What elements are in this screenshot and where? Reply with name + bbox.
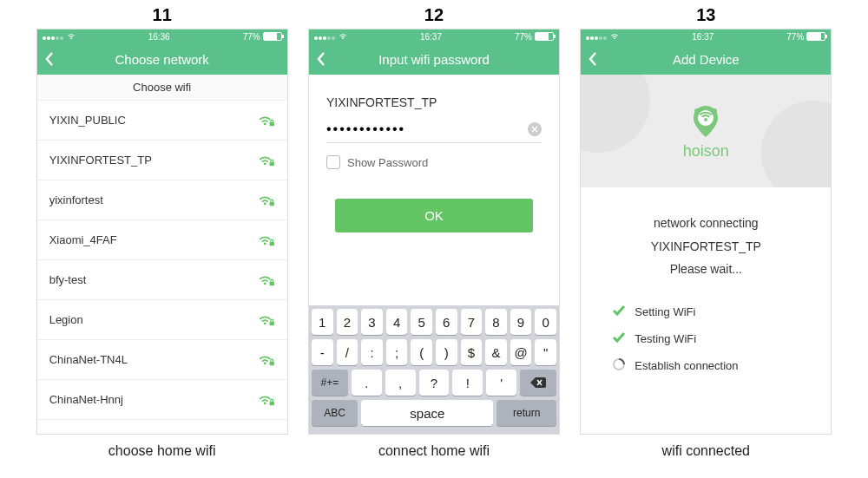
keyboard-key[interactable]: ( [411, 339, 432, 365]
keyboard-key[interactable]: / [337, 339, 358, 365]
wifi-name: YIXIN_PUBLIC [49, 114, 126, 127]
step-number: 13 [580, 0, 832, 29]
wifi-name: Xiaomi_4FAF [49, 233, 117, 246]
wifi-list: YIXIN_PUBLICYIXINFORTEST_TPyixinfortestX… [37, 101, 287, 434]
keyboard-key[interactable]: ; [386, 339, 408, 365]
wifi-lock-icon [258, 393, 275, 407]
battery-icon [263, 32, 282, 41]
nav-bar: Input wifi password [309, 43, 559, 75]
svg-rect-5 [269, 321, 273, 324]
status-bar: 16:36 77% [37, 29, 287, 43]
keyboard-key[interactable]: 6 [436, 309, 457, 335]
wifi-row[interactable]: bfy-test [37, 260, 287, 300]
keyboard-key[interactable]: 0 [535, 309, 556, 335]
caption: wifi connected [580, 435, 832, 459]
check-icon [612, 304, 626, 320]
svg-rect-7 [269, 401, 273, 404]
battery-pct: 77% [515, 32, 532, 42]
signal-dots-icon [586, 32, 608, 42]
svg-rect-1 [269, 161, 273, 165]
password-input[interactable] [326, 121, 528, 137]
wifi-name: Legion [49, 313, 83, 326]
return-key[interactable]: return [496, 400, 556, 426]
ok-button[interactable]: OK [335, 199, 533, 232]
keyboard-key[interactable]: . [352, 370, 382, 396]
nav-bar: Add Device [581, 43, 831, 75]
wifi-icon [610, 33, 619, 40]
spinner-icon [612, 357, 626, 374]
svg-rect-3 [269, 241, 273, 245]
show-password-label: Show Password [347, 156, 428, 169]
keyboard-key[interactable]: ) [436, 339, 457, 365]
keyboard-key[interactable]: $ [461, 339, 483, 365]
wifi-lock-icon [258, 313, 275, 327]
step-number: 11 [36, 0, 288, 29]
svg-rect-4 [269, 281, 273, 285]
step-setting-wifi: Setting WiFi [612, 298, 799, 325]
wifi-lock-icon [258, 154, 275, 167]
nav-title: Choose network [37, 52, 287, 67]
wifi-name: ChinaNet-TN4L [49, 353, 128, 366]
brand-logo-icon [687, 102, 725, 141]
nav-title: Input wifi password [309, 52, 559, 67]
keyboard-key[interactable]: ABC [312, 400, 358, 426]
nav-bar: Choose network [37, 43, 287, 75]
keyboard-key[interactable]: - [312, 339, 333, 365]
svg-rect-2 [269, 201, 273, 205]
battery-pct: 77% [786, 32, 804, 42]
keyboard-key[interactable]: 4 [386, 309, 408, 335]
keyboard-key[interactable]: 8 [485, 309, 507, 335]
wifi-icon [67, 33, 76, 40]
wifi-lock-icon [258, 353, 275, 367]
step-establish-connection: Establish connection [612, 352, 799, 379]
keyboard-key[interactable]: , [385, 370, 416, 396]
phone-screen-2: 16:37 77% Input wifi password YIXINFORTE… [308, 29, 560, 435]
keyboard-key[interactable]: @ [510, 339, 532, 365]
keyboard-key[interactable]: ' [486, 370, 516, 396]
connecting-text: network connecting YIXINFORTEST_TP Pleas… [581, 187, 831, 298]
phone-screen-3: 16:37 77% Add Device [580, 29, 832, 435]
svg-rect-0 [269, 121, 273, 125]
backspace-icon [530, 377, 546, 388]
wifi-row[interactable]: YIXINFORTEST_TP [37, 141, 287, 180]
keyboard-key[interactable]: ! [452, 370, 483, 396]
wifi-name: ChinaNet-Hnnj [49, 393, 123, 406]
battery-icon [535, 32, 554, 41]
check-icon [612, 331, 626, 347]
phone-screen-1: 16:36 77% Choose network Choose wifi YIX… [36, 29, 288, 435]
status-time: 16:36 [148, 32, 170, 42]
svg-point-9 [694, 108, 700, 114]
keyboard-key[interactable]: 1 [312, 309, 333, 335]
wifi-name: yixinfortest [49, 193, 103, 206]
keyboard-key[interactable]: #+= [312, 370, 348, 396]
keyboard-key[interactable]: ? [419, 370, 450, 396]
wifi-row[interactable]: yixinfortest [37, 180, 287, 220]
clear-input-button[interactable] [528, 122, 542, 136]
keyboard-key[interactable]: " [535, 339, 556, 365]
wifi-row[interactable]: Legion [37, 300, 287, 340]
keyboard-key[interactable]: 7 [461, 309, 483, 335]
keyboard: 1234567890 -/:;()$&@" #+=.,?!' ABCspacer… [309, 305, 559, 434]
keyboard-key[interactable]: & [485, 339, 507, 365]
space-key[interactable]: space [361, 400, 493, 426]
signal-dots-icon [43, 32, 64, 42]
wifi-lock-icon [258, 273, 275, 287]
brand-name: hoison [683, 142, 729, 160]
wifi-lock-icon [258, 193, 275, 207]
keyboard-key[interactable]: 2 [337, 309, 358, 335]
keyboard-key[interactable]: 5 [411, 309, 432, 335]
wifi-row[interactable]: YIXIN_PUBLIC [37, 101, 287, 141]
status-time: 16:37 [692, 32, 713, 42]
backspace-key[interactable] [520, 370, 556, 396]
wifi-row[interactable]: Xiaomi_4FAF [37, 220, 287, 260]
keyboard-key[interactable]: : [361, 339, 383, 365]
keyboard-key[interactable]: 9 [510, 309, 532, 335]
brand-logo-area: hoison [581, 75, 831, 187]
status-bar: 16:37 77% [309, 29, 559, 43]
wifi-name: YIXINFORTEST_TP [49, 154, 152, 167]
battery-pct: 77% [243, 32, 260, 42]
keyboard-key[interactable]: 3 [361, 309, 383, 335]
show-password-checkbox[interactable] [326, 155, 340, 169]
wifi-row[interactable]: ChinaNet-Hnnj [37, 380, 287, 420]
wifi-row[interactable]: ChinaNet-TN4L [37, 340, 287, 380]
